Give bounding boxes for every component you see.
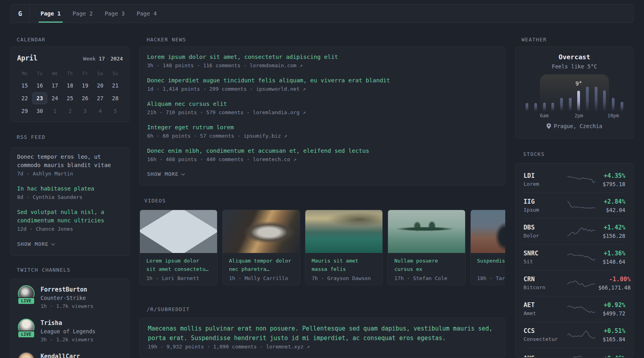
stock-change: +0.51% <box>598 327 625 335</box>
stock-change: +1.42% <box>598 223 625 232</box>
weather-bar <box>603 90 606 111</box>
current-temp-label: 9° <box>575 80 582 87</box>
stock-name: Amet <box>524 309 564 317</box>
stock-sparkline <box>567 174 595 186</box>
stock-values: -1.00%$66,171.48 <box>598 275 630 292</box>
calendar-weekday-row: MoTuWeThFrSaSu <box>17 71 123 76</box>
videos-section-label: VIDEOS <box>140 198 505 204</box>
weather-bar <box>543 103 546 111</box>
rss-item-title[interactable]: In hac habitasse platea <box>17 185 123 193</box>
twitch-channel-meta: 3h · 1.2k viewers <box>41 336 95 344</box>
calendar-week-number: 17 <box>99 56 105 62</box>
subreddit-section-label: /R/SUBREDDIT <box>140 306 505 313</box>
stock-sparkline <box>567 200 595 212</box>
stock-sparkline <box>567 352 595 358</box>
video-thumbnail <box>223 210 300 253</box>
video-title[interactable]: Nullam posuere cursus ex <box>388 253 465 273</box>
subreddit-post-title[interactable]: Maecenas mollis pulvinar erat non posuer… <box>148 324 497 343</box>
stock-row-aet[interactable]: AETAmet+0.92%$499.72 <box>524 296 625 322</box>
stock-row-ldi[interactable]: LDILorem+4.35%$795.18 <box>524 167 625 193</box>
twitch-channel-name[interactable]: ForrestBurton <box>41 286 93 294</box>
calendar-day: 21 <box>108 80 123 91</box>
calendar-day: 18 <box>62 80 78 91</box>
weekday-label: Fr <box>78 71 93 76</box>
tab-page-4[interactable]: Page 4 <box>131 4 163 23</box>
stock-price: $148.64 <box>598 258 625 266</box>
stock-row-ahs[interactable]: AHS+0.46% <box>524 348 625 358</box>
calendar-day: 30 <box>32 105 47 117</box>
hackernews-show-more-button[interactable]: SHOW MORE <box>147 171 184 177</box>
stock-row-iig[interactable]: IIGIpsum+2.84%$42.04 <box>524 193 625 218</box>
weather-feels-like: Feels like 5°C <box>516 63 633 70</box>
hour-axis-label: 2pm <box>574 113 583 119</box>
rss-item-title[interactable]: Sed volutpat nulla nisl, a condimentum n… <box>17 208 123 225</box>
calendar-header: April Week 17·2024 <box>17 54 123 62</box>
twitch-channel-name[interactable]: Trisha <box>41 319 95 327</box>
video-card[interactable]: Aliquam tempor dolor nec pharetra…1h · M… <box>222 210 300 285</box>
calendar-day: 28 <box>108 92 123 104</box>
twitch-channel[interactable]: LIVEForrestBurtonCounter-Strike1h · 1.7k… <box>17 285 123 310</box>
stock-info: AETAmet <box>524 301 564 317</box>
video-title[interactable]: Lorem ipsum dolor sit amet consectetu… <box>140 253 217 273</box>
twitch-avatar-wrap: LIVE <box>17 319 35 344</box>
calendar-day: 20 <box>93 80 108 91</box>
tab-page-3[interactable]: Page 3 <box>99 4 131 23</box>
weather-bar-slot <box>523 74 531 111</box>
twitch-channel-info: KendallCarr <box>41 352 80 358</box>
video-title[interactable]: Mauris sit amet massa felis <box>305 253 382 273</box>
weather-bar <box>551 103 554 111</box>
calendar-day: 24 <box>47 92 62 104</box>
hackernews-item-title[interactable]: Lorem ipsum dolor sit amet, consectetur … <box>147 53 498 61</box>
stock-row-snrc[interactable]: SNRCSit+1.36%$148.64 <box>524 244 625 270</box>
rss-show-more-button[interactable]: SHOW MORE <box>17 241 54 247</box>
stock-sparkline <box>567 251 595 263</box>
tab-page-1[interactable]: Page 1 <box>35 4 67 23</box>
twitch-avatar-wrap: LIVE <box>17 285 35 310</box>
navbar-tabs: Page 1Page 2Page 3Page 4 <box>35 4 163 23</box>
right-column: WEATHER Overcast Feels like 5°C 6am9°2pm… <box>515 23 634 358</box>
hackernews-show-more-label: SHOW MORE <box>147 171 178 177</box>
video-title[interactable]: Suspendisse diam <box>471 253 505 273</box>
weather-bar <box>595 87 597 111</box>
twitch-channel-name[interactable]: KendallCarr <box>41 352 80 358</box>
twitch-channel[interactable]: KendallCarr <box>17 352 123 358</box>
hackernews-item-title[interactable]: Donec enim nibh, condimentum et accumsan… <box>147 146 498 155</box>
stock-row-crn[interactable]: CRNBitcorn-1.00%$66,171.48 <box>524 270 625 296</box>
calendar-day: 5 <box>108 105 123 117</box>
hackernews-item: Aliquam nec cursus elit21h · 710 points … <box>147 99 498 117</box>
stock-price: $42.04 <box>598 206 625 214</box>
video-card[interactable]: Suspendisse diam18h · Tara <box>470 210 505 285</box>
calendar-day: 2 <box>62 105 78 117</box>
stock-row-dbs[interactable]: DBSDolor+1.42%$156.28 <box>524 218 625 244</box>
video-thumbnail <box>388 210 465 253</box>
stock-values: +1.36%$148.64 <box>598 249 625 266</box>
weather-section-label: WEATHER <box>515 37 634 43</box>
video-thumbnail <box>140 210 217 253</box>
stock-row-ccs[interactable]: CCSConsectetur+0.51%$165.84 <box>524 322 625 348</box>
video-title[interactable]: Aliquam tempor dolor nec pharetra… <box>223 253 300 273</box>
hackernews-section-label: HACKER NEWS <box>140 37 505 43</box>
video-meta: 1h · Lori Barnett <box>140 273 217 281</box>
hackernews-item-title[interactable]: Donec imperdiet augue tincidunt felis al… <box>147 76 498 85</box>
rss-item-title[interactable]: Donec tempor eros leo, ut commodo mauris… <box>17 153 123 169</box>
stock-price: $795.18 <box>598 180 625 188</box>
video-thumbnail <box>471 210 505 253</box>
tab-page-2[interactable]: Page 2 <box>67 4 99 23</box>
hackernews-item-title[interactable]: Integer eget rutrum lorem <box>147 123 498 132</box>
hackernews-item-title[interactable]: Aliquam nec cursus elit <box>147 99 498 108</box>
app-logo[interactable]: G <box>11 4 29 23</box>
video-card[interactable]: Lorem ipsum dolor sit amet consectetu…1h… <box>140 210 217 285</box>
video-card[interactable]: Mauris sit amet massa felis7h · Grayson … <box>305 210 383 285</box>
stock-name: Ipsum <box>524 206 564 214</box>
weekday-label: We <box>47 71 62 76</box>
dashboard-columns: CALENDAR April Week 17·2024 MoTuWeThFrSa… <box>0 23 644 358</box>
video-card[interactable]: Nullam posuere cursus ex17h · Stefan Col… <box>388 210 466 285</box>
stock-price: $499.72 <box>598 309 625 317</box>
weather-bar-slot: 10pm <box>609 74 618 111</box>
rss-item: Donec tempor eros leo, ut commodo mauris… <box>17 153 123 178</box>
weather-bar <box>586 87 589 111</box>
twitch-channel[interactable]: LIVETrishaLeague of Legends3h · 1.2k vie… <box>17 319 123 344</box>
stock-change: +1.36% <box>598 249 625 258</box>
weather-widget: Overcast Feels like 5°C 6am9°2pm10pm Pra… <box>515 47 634 138</box>
calendar-day: 17 <box>47 80 62 91</box>
